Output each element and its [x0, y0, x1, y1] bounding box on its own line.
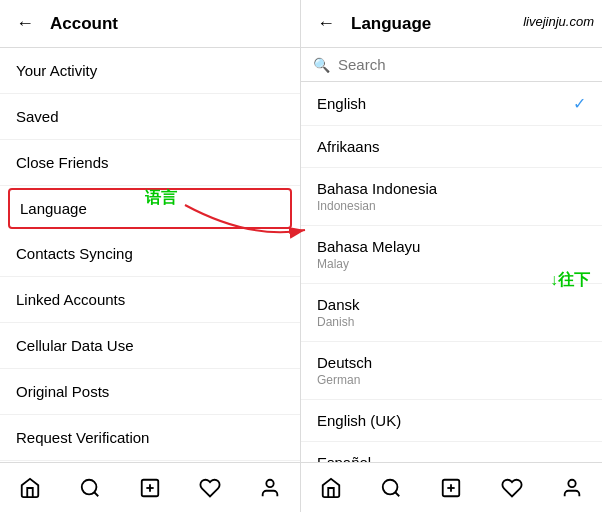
language-item-deutsch[interactable]: Deutsch German: [301, 342, 602, 400]
svg-line-8: [396, 492, 400, 496]
left-back-button[interactable]: ←: [16, 13, 34, 34]
svg-point-5: [266, 479, 273, 486]
language-name-deutsch: Deutsch: [317, 354, 586, 371]
menu-item-cellular-data-use[interactable]: Cellular Data Use: [0, 323, 300, 369]
language-name-bahasa-indonesia: Bahasa Indonesia: [317, 180, 586, 197]
svg-line-1: [94, 492, 98, 496]
language-item-afrikaans[interactable]: Afrikaans: [301, 126, 602, 168]
language-name-dansk: Dansk: [317, 296, 586, 313]
right-header: ← Language livejinju.com: [301, 0, 602, 48]
language-item-bahasa-melayu[interactable]: Bahasa Melayu Malay: [301, 226, 602, 284]
left-nav-add-icon[interactable]: [130, 468, 170, 508]
search-bar-icon: 🔍: [313, 57, 330, 73]
left-nav-heart-icon[interactable]: [190, 468, 230, 508]
svg-point-12: [568, 479, 575, 486]
language-name-bahasa-melayu: Bahasa Melayu: [317, 238, 586, 255]
account-menu-list: Your Activity Saved Close Friends Langua…: [0, 48, 300, 462]
menu-item-your-activity[interactable]: Your Activity: [0, 48, 300, 94]
language-sub-deutsch: German: [317, 373, 586, 387]
right-nav-heart-icon[interactable]: [492, 468, 532, 508]
left-nav-search-icon[interactable]: [70, 468, 110, 508]
menu-item-request-verification[interactable]: Request Verification: [0, 415, 300, 461]
right-back-button[interactable]: ←: [317, 13, 335, 34]
language-item-english-uk[interactable]: English (UK): [301, 400, 602, 442]
language-item-espanol[interactable]: Español Spanish (Latin America): [301, 442, 602, 462]
search-input[interactable]: [338, 56, 590, 73]
search-bar: 🔍: [301, 48, 602, 82]
language-name-afrikaans: Afrikaans: [317, 138, 586, 155]
right-panel-title: Language: [351, 14, 431, 34]
right-nav-add-icon[interactable]: [431, 468, 471, 508]
language-item-english[interactable]: English ✓: [301, 82, 602, 126]
check-mark-english: ✓: [573, 94, 586, 113]
right-nav-profile-icon[interactable]: [552, 468, 592, 508]
menu-item-saved[interactable]: Saved: [0, 94, 300, 140]
menu-item-close-friends[interactable]: Close Friends: [0, 140, 300, 186]
svg-point-7: [383, 479, 398, 494]
left-panel: ← Account Your Activity Saved Close Frie…: [0, 0, 301, 512]
language-name-english: English ✓: [317, 94, 586, 113]
left-nav-profile-icon[interactable]: [250, 468, 290, 508]
language-sub-bahasa-indonesia: Indonesian: [317, 199, 586, 213]
left-nav-home-icon[interactable]: [10, 468, 50, 508]
right-nav-search-icon[interactable]: [371, 468, 411, 508]
right-nav-home-icon[interactable]: [311, 468, 351, 508]
svg-point-0: [82, 479, 97, 494]
language-name-english-uk: English (UK): [317, 412, 586, 429]
right-panel: ← Language livejinju.com 🔍 English ✓ Afr…: [301, 0, 602, 512]
right-bottom-nav: [301, 462, 602, 512]
menu-item-linked-accounts[interactable]: Linked Accounts: [0, 277, 300, 323]
menu-item-language[interactable]: Language: [8, 188, 292, 229]
language-item-bahasa-indonesia[interactable]: Bahasa Indonesia Indonesian: [301, 168, 602, 226]
language-list: English ✓ Afrikaans Bahasa Indonesia Ind…: [301, 82, 602, 462]
left-header: ← Account: [0, 0, 300, 48]
language-name-espanol: Español: [317, 454, 586, 462]
left-panel-title: Account: [50, 14, 118, 34]
language-item-dansk[interactable]: Dansk Danish: [301, 284, 602, 342]
language-sub-dansk: Danish: [317, 315, 586, 329]
menu-item-contacts-syncing[interactable]: Contacts Syncing: [0, 231, 300, 277]
language-sub-bahasa-melayu: Malay: [317, 257, 586, 271]
watermark: livejinju.com: [523, 14, 594, 29]
menu-item-original-posts[interactable]: Original Posts: [0, 369, 300, 415]
left-bottom-nav: [0, 462, 300, 512]
